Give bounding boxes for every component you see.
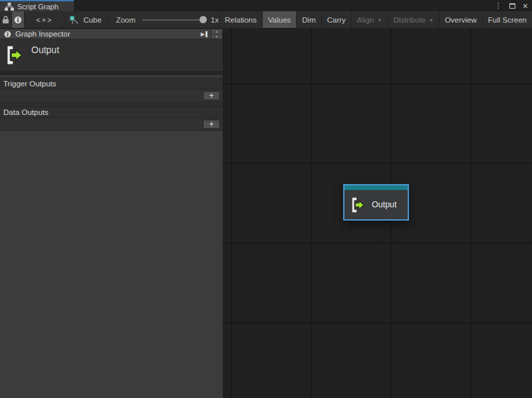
values-label: Values	[268, 16, 291, 24]
output-unit-icon	[5, 44, 23, 66]
trigger-outputs-label: Trigger Outputs	[3, 80, 56, 88]
output-node-body: Output	[344, 190, 408, 219]
maximize-icon[interactable]	[509, 3, 515, 9]
relations-label: Relations	[225, 16, 257, 24]
output-node[interactable]: Output	[343, 184, 409, 221]
carry-label: Carry	[327, 16, 346, 24]
window-menu-icon[interactable]: ⋮	[495, 2, 502, 9]
data-outputs-header: Data Outputs	[0, 107, 223, 118]
graph-context[interactable]: Cube	[65, 11, 108, 28]
overview-label: Overview	[445, 16, 477, 24]
graph-node-icon	[70, 16, 78, 24]
output-node-title: Output	[372, 200, 397, 209]
zoom-control: Zoom 1x	[108, 11, 219, 28]
lock-icon	[2, 15, 9, 24]
info-icon	[14, 16, 22, 24]
inspector-header: Graph Inspector ▶ ▲ ▼	[0, 29, 223, 39]
dim-button[interactable]: Dim	[297, 11, 321, 28]
inspector-toggle-button[interactable]	[12, 11, 25, 28]
align-label: Align	[357, 16, 374, 24]
relations-button[interactable]: Relations	[219, 11, 263, 28]
zoom-slider[interactable]	[142, 19, 205, 21]
fullscreen-button[interactable]: Full Screen	[483, 11, 532, 28]
graph-canvas[interactable]: Output	[223, 29, 532, 398]
lock-button[interactable]	[0, 11, 12, 28]
zoom-value: 1x	[211, 16, 219, 24]
dock-bar-icon	[205, 31, 207, 37]
inspector-spinner: ▲ ▼	[211, 29, 223, 39]
data-outputs-list: +	[0, 118, 223, 131]
toolbar: <×> Cube Zoom 1x Relations Values Dim Ca…	[0, 11, 532, 29]
overview-button[interactable]: Overview	[440, 11, 483, 28]
dock-panel-button[interactable]: ▶	[198, 29, 211, 39]
main-area: Graph Inspector ▶ ▲ ▼ Output Trigger Out…	[0, 29, 532, 398]
inspector-header-bar[interactable]: Graph Inspector ▶	[0, 29, 211, 39]
spinner-up-button[interactable]: ▲	[211, 29, 222, 35]
trigger-outputs-header: Trigger Outputs	[0, 78, 223, 90]
graph-inspector-panel: Graph Inspector ▶ ▲ ▼ Output Trigger Out…	[0, 29, 223, 398]
data-outputs-label: Data Outputs	[3, 108, 49, 116]
carry-button[interactable]: Carry	[322, 11, 352, 28]
inspector-empty-area	[0, 131, 223, 398]
window-controls: ⋮ ×	[495, 1, 528, 11]
distribute-label: Distribute	[393, 16, 426, 24]
output-node-header	[344, 185, 408, 190]
info-icon	[4, 31, 11, 38]
titlebar: Script Graph ⋮ ×	[0, 0, 532, 11]
distribute-button[interactable]: Distribute ▼	[388, 11, 440, 28]
add-data-output-button[interactable]: +	[203, 120, 220, 129]
dock-arrow-icon: ▶	[201, 31, 205, 37]
tab-script-graph[interactable]: Script Graph	[0, 0, 74, 11]
code-icon: <×>	[36, 16, 53, 24]
values-button[interactable]: Values	[263, 11, 297, 28]
zoom-label: Zoom	[116, 16, 135, 24]
zoom-slider-knob[interactable]	[200, 16, 207, 23]
divider	[0, 102, 223, 107]
tab-label: Script Graph	[17, 3, 59, 11]
output-unit-icon	[350, 197, 365, 213]
unit-preview-title: Output	[31, 45, 59, 71]
spinner-down-button[interactable]: ▼	[211, 35, 222, 39]
graph-name-label: Cube	[83, 16, 102, 24]
align-button[interactable]: Align ▼	[352, 11, 388, 28]
inspector-title: Graph Inspector	[15, 30, 70, 38]
code-view-button[interactable]: <×>	[25, 11, 65, 28]
add-trigger-output-button[interactable]: +	[203, 91, 220, 100]
chevron-down-icon: ▼	[429, 18, 434, 23]
dim-label: Dim	[302, 16, 315, 24]
unit-preview: Output	[0, 39, 223, 72]
script-graph-icon	[5, 3, 14, 11]
fullscreen-label: Full Screen	[488, 16, 527, 24]
trigger-outputs-list: +	[0, 90, 223, 102]
chevron-down-icon: ▼	[377, 18, 382, 23]
close-icon[interactable]: ×	[523, 2, 528, 10]
